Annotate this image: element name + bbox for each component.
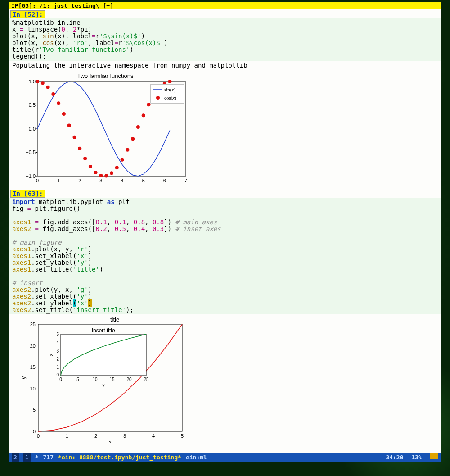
cell-2-prompt: In [63]: [10,190,45,198]
plot2-title: title [110,316,119,323]
cell-1-stdout: Populating the interactive namespace fro… [9,61,441,70]
svg-text:20: 20 [126,377,132,382]
cursor-block: ) [88,299,92,307]
plot2-svg: title 0 5 10 15 20 25 y [20,316,190,443]
svg-text:insert title: insert title [92,327,115,334]
svg-text:1.0: 1.0 [29,80,36,84]
svg-text:0: 0 [37,433,40,439]
svg-point-27 [78,147,81,150]
svg-point-22 [51,92,55,96]
svg-text:3: 3 [99,178,102,183]
svg-text:0: 0 [33,429,36,434]
svg-text:1: 1 [57,178,60,183]
svg-text:10: 10 [92,377,98,382]
svg-point-19 [36,80,39,83]
svg-text:25: 25 [30,322,36,327]
svg-text:3: 3 [56,349,59,354]
svg-text:5: 5 [76,377,79,382]
svg-text:sin(x): sin(x) [164,87,176,93]
svg-point-30 [94,171,98,174]
modeline-mode: ein:ml [186,453,207,462]
svg-point-37 [131,137,135,141]
svg-point-31 [99,174,103,177]
plot1-svg: 1.0 0.5 0.0 −0.5 −1.0 0 1 2 3 4 5 6 [20,80,190,186]
cell-2-code[interactable]: import matplotlib.pyplot as plt fig = pl… [9,198,441,314]
modeline-buffer-name: *ein: 8888/test.ipynb/just_testing* [58,454,181,461]
svg-text:20: 20 [30,343,36,349]
modeline-position: 34:20 [386,453,403,462]
modeline-badge-2: 1 [23,453,31,462]
modeline-end-block [430,453,438,459]
plot1-title: Two familiar functions [20,73,190,79]
svg-text:2: 2 [94,433,97,439]
svg-text:2: 2 [56,357,59,362]
svg-text:5: 5 [33,407,36,413]
svg-point-44 [168,80,172,83]
svg-text:0: 0 [59,377,62,382]
mode-line: 2 1 * 717 *ein: 8888/test.ipynb/just_tes… [9,453,441,462]
svg-rect-66 [61,334,146,376]
svg-text:x: x [109,439,112,443]
modeline-modified: * [35,453,39,462]
svg-text:0: 0 [56,372,59,377]
modeline-percent: 13% [412,453,422,462]
svg-point-25 [68,124,71,127]
svg-point-33 [110,171,113,175]
svg-point-23 [57,101,60,105]
svg-text:x: x [48,354,54,356]
svg-text:1: 1 [56,365,59,370]
svg-text:4: 4 [152,433,155,439]
svg-text:y: y [21,376,27,379]
modeline-badge-1: 2 [12,453,19,462]
svg-text:4: 4 [56,340,59,345]
svg-text:15: 15 [30,364,36,370]
svg-text:0.5: 0.5 [29,102,36,108]
svg-point-20 [41,81,45,85]
svg-text:5: 5 [56,332,59,337]
svg-point-21 [46,86,50,89]
cell-1-code[interactable]: %matplotlib inline x = linspace(0, 2*pi)… [9,18,441,61]
svg-text:−0.5: −0.5 [26,150,36,155]
svg-point-48 [156,96,160,100]
svg-text:cos(x): cos(x) [164,95,176,101]
svg-text:2: 2 [78,178,81,183]
svg-point-38 [136,125,140,129]
svg-text:10: 10 [30,386,36,391]
svg-point-28 [83,157,87,160]
svg-text:1: 1 [66,433,68,439]
svg-text:25: 25 [144,377,149,382]
cell-1-plot: Two familiar functions 1.0 0.5 0.0 −0.5 … [20,73,190,186]
svg-point-24 [62,112,66,116]
svg-text:0: 0 [36,178,39,183]
svg-point-26 [73,136,76,139]
svg-text:5: 5 [181,433,184,439]
modeline-line-num: 717 [43,453,53,462]
svg-point-39 [142,113,145,117]
svg-text:6: 6 [163,178,166,183]
svg-point-35 [121,158,124,162]
cell-2-plot: title 0 5 10 15 20 25 y [20,316,190,443]
svg-text:4: 4 [121,178,124,183]
cell-1-prompt: In [52]: [10,10,45,18]
svg-text:15: 15 [109,377,115,382]
svg-point-32 [104,174,108,177]
svg-text:−1.0: −1.0 [26,173,36,179]
svg-point-40 [147,103,151,106]
svg-text:0.0: 0.0 [29,126,36,131]
svg-point-29 [89,165,92,168]
cell-2[interactable]: In [63]: import matplotlib.pyplot as plt… [9,189,441,443]
svg-text:y: y [102,382,105,387]
svg-text:3: 3 [123,433,126,439]
svg-point-34 [115,166,119,169]
window-title: IP[63]: /1: just_testing\ [+] [9,2,441,9]
cell-1[interactable]: In [52]: %matplotlib inline x = linspace… [9,9,441,186]
svg-point-36 [126,148,129,152]
svg-text:7: 7 [184,178,187,183]
editor-window[interactable]: IP[63]: /1: just_testing\ [+] In [52]: %… [9,2,441,458]
svg-text:5: 5 [142,178,145,183]
